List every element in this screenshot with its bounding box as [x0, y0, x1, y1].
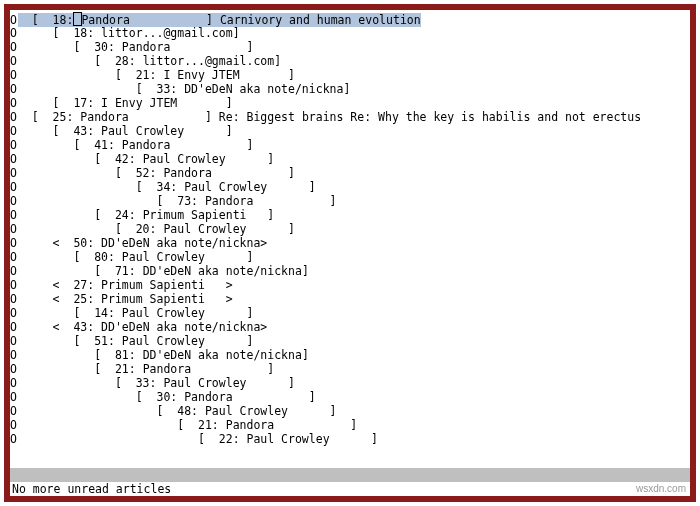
summary-row[interactable]: O [ 24: Primum Sapienti ]: [10, 208, 690, 222]
summary-row[interactable]: O [ 34: Paul Crowley ]: [10, 180, 690, 194]
summary-row[interactable]: O [ 33: Paul Crowley ]: [10, 376, 690, 390]
author: Pandora: [122, 40, 247, 54]
author: Primum Sapienti: [101, 292, 226, 306]
summary-row[interactable]: O [ 17: I Envy JTEM ]: [10, 96, 690, 110]
summary-row[interactable]: O [ 41: Pandora ]: [10, 138, 690, 152]
read-mark: O: [10, 13, 18, 27]
read-mark: O: [10, 26, 18, 40]
read-mark: O: [10, 96, 18, 110]
summary-row[interactable]: O < 43: DD'eDeN aka note/nickna>: [10, 320, 690, 334]
author: Pandora: [205, 194, 330, 208]
summary-row[interactable]: O [ 42: Paul Crowley ]: [10, 152, 690, 166]
read-mark: O: [10, 236, 18, 250]
subject: Carnivory and human evolution: [213, 13, 421, 27]
author: Pandora: [226, 418, 351, 432]
read-mark: O: [10, 40, 18, 54]
row-body: [ 81: DD'eDeN aka note/nickna]: [18, 348, 309, 362]
author: Paul Crowley: [122, 250, 247, 264]
row-body: [ 73: Pandora ]: [18, 194, 337, 208]
author: littor...@gmail.com: [101, 26, 233, 40]
row-body: < 25: Primum Sapienti >: [18, 292, 233, 306]
author: Paul Crowley: [163, 222, 288, 236]
summary-row[interactable]: O [ 43: Paul Crowley ]: [10, 124, 690, 138]
read-mark: O: [10, 152, 18, 166]
author: Paul Crowley: [184, 180, 309, 194]
summary-row[interactable]: O [ 51: Paul Crowley ]: [10, 334, 690, 348]
row-body: [ 14: Paul Crowley ]: [18, 306, 253, 320]
author: Pandora: [143, 362, 268, 376]
row-body: [ 43: Paul Crowley ]: [18, 124, 233, 138]
summary-row[interactable]: O [ 48: Paul Crowley ]: [10, 404, 690, 418]
author: Primum Sapienti: [143, 208, 268, 222]
row-body: [ 21: I Envy JTEM ]: [18, 68, 295, 82]
summary-row[interactable]: O [ 30: Pandora ]: [10, 40, 690, 54]
author: DD'eDeN aka note/nickna: [101, 236, 260, 250]
summary-row[interactable]: O [ 22: Paul Crowley ]: [10, 432, 690, 446]
summary-row[interactable]: O [ 71: DD'eDeN aka note/nickna]: [10, 264, 690, 278]
author: DD'eDeN aka note/nickna: [143, 348, 302, 362]
read-mark: O: [10, 348, 18, 362]
row-body: [ 28: littor...@gmail.com]: [18, 54, 281, 68]
summary-row[interactable]: O [ 81: DD'eDeN aka note/nickna]: [10, 348, 690, 362]
summary-row[interactable]: O [ 52: Pandora ]: [10, 166, 690, 180]
summary-row[interactable]: O < 50: DD'eDeN aka note/nickna>: [10, 236, 690, 250]
author: Paul Crowley: [122, 334, 247, 348]
author: Primum Sapienti: [101, 278, 226, 292]
author: littor...@gmail.com: [143, 54, 275, 68]
summary-row[interactable]: O [ 30: Pandora ]: [10, 390, 690, 404]
read-mark: O: [10, 138, 18, 152]
summary-row[interactable]: O [ 21: I Envy JTEM ]: [10, 68, 690, 82]
summary-row[interactable]: O [ 25: Pandora ] Re: Biggest brains Re:…: [10, 110, 690, 124]
mode-line[interactable]: U:--- s.a.paleo [0] Top L1 (Summary Plug…: [10, 468, 690, 482]
read-mark: O: [10, 278, 18, 292]
author: Paul Crowley: [122, 306, 247, 320]
summary-buffer[interactable]: O [ 18:Pandora ] Carnivory and human evo…: [10, 10, 690, 446]
summary-row[interactable]: O [ 18: littor...@gmail.com]: [10, 26, 690, 40]
read-mark: O: [10, 194, 18, 208]
row-body: [ 48: Paul Crowley ]: [18, 404, 337, 418]
read-mark: O: [10, 292, 18, 306]
author: Pandora: [122, 138, 247, 152]
summary-row[interactable]: O < 25: Primum Sapienti >: [10, 292, 690, 306]
read-mark: O: [10, 124, 18, 138]
author: Paul Crowley: [143, 152, 268, 166]
author: Paul Crowley: [163, 376, 288, 390]
read-mark: O: [10, 320, 18, 334]
read-mark: O: [10, 376, 18, 390]
summary-row[interactable]: O [ 73: Pandora ]: [10, 194, 690, 208]
summary-row[interactable]: O [ 80: Paul Crowley ]: [10, 250, 690, 264]
row-body: [ 34: Paul Crowley ]: [18, 180, 316, 194]
row-body: [ 18:Pandora ] Carnivory and human evolu…: [18, 13, 421, 27]
read-mark: O: [10, 250, 18, 264]
row-body: [ 20: Paul Crowley ]: [18, 222, 295, 236]
read-mark: O: [10, 264, 18, 278]
read-mark: O: [10, 180, 18, 194]
row-body: [ 41: Pandora ]: [18, 138, 253, 152]
summary-row[interactable]: O [ 28: littor...@gmail.com]: [10, 54, 690, 68]
row-body: [ 25: Pandora ] Re: Biggest brains Re: W…: [18, 110, 641, 124]
row-body: [ 52: Pandora ]: [18, 166, 295, 180]
read-mark: O: [10, 418, 18, 432]
summary-row[interactable]: O [ 33: DD'eDeN aka note/nickna]: [10, 82, 690, 96]
author: Paul Crowley: [205, 404, 330, 418]
summary-row[interactable]: O [ 21: Pandora ]: [10, 418, 690, 432]
author: Paul Crowley: [246, 432, 371, 446]
row-body: [ 42: Paul Crowley ]: [18, 152, 274, 166]
row-body: [ 21: Pandora ]: [18, 418, 357, 432]
summary-row[interactable]: O [ 21: Pandora ]: [10, 362, 690, 376]
summary-row[interactable]: O [ 14: Paul Crowley ]: [10, 306, 690, 320]
echo-area: No more unread articles: [10, 482, 690, 496]
summary-row[interactable]: O [ 18:Pandora ] Carnivory and human evo…: [10, 12, 690, 26]
subject: Re: Biggest brains Re: Why the key is ha…: [212, 110, 641, 124]
row-body: [ 17: I Envy JTEM ]: [18, 96, 233, 110]
summary-row[interactable]: O [ 20: Paul Crowley ]: [10, 222, 690, 236]
row-body: [ 22: Paul Crowley ]: [18, 432, 378, 446]
read-mark: O: [10, 306, 18, 320]
author: DD'eDeN aka note/nickna: [184, 82, 343, 96]
row-body: < 43: DD'eDeN aka note/nickna>: [18, 320, 267, 334]
summary-row[interactable]: O < 27: Primum Sapienti >: [10, 278, 690, 292]
row-body: [ 18: littor...@gmail.com]: [18, 26, 240, 40]
read-mark: O: [10, 390, 18, 404]
read-mark: O: [10, 54, 18, 68]
row-body: [ 30: Pandora ]: [18, 40, 253, 54]
